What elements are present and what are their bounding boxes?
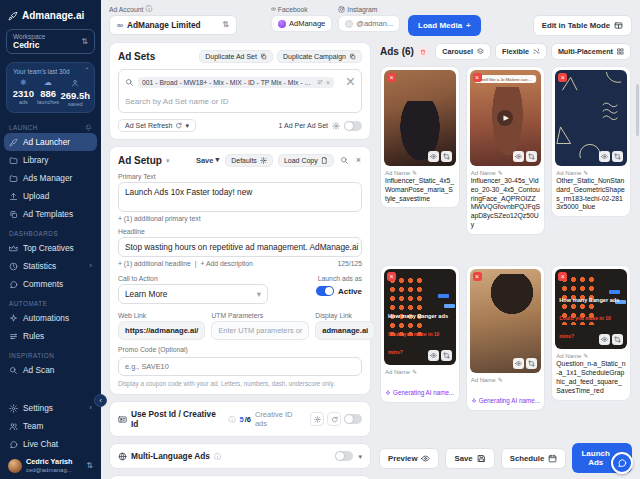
play-icon[interactable]: ▶ <box>497 110 513 126</box>
instagram-account-pill[interactable]: @adman... <box>338 15 400 32</box>
ad-set-search-box[interactable]: 001 - Broad - MW18+ - Mix - MIX - ID - T… <box>118 69 362 113</box>
ad-name[interactable]: Other_Static_NonStandard_GeometricShapes… <box>555 177 627 212</box>
post-id-refresh-button[interactable] <box>327 412 341 426</box>
duplicate-campaign-button[interactable]: Duplicate Campaign <box>277 50 362 63</box>
sidebar-item-ad-launcher[interactable]: Ad Launcher <box>4 133 97 151</box>
clear-search-icon[interactable]: × <box>346 74 355 90</box>
preview-ad-icon[interactable] <box>599 334 610 345</box>
crop-ad-icon[interactable] <box>612 151 623 162</box>
ad-name[interactable]: Question_n-a_Static_n-a_1x1_ScheduleGrap… <box>555 360 627 395</box>
promo-code-input[interactable] <box>118 357 362 376</box>
flexible-button[interactable]: Flexible <box>495 43 547 60</box>
additional-headline-link[interactable]: + (1) additional headline <box>118 260 191 267</box>
remove-ad-icon[interactable]: × <box>387 73 396 82</box>
ad-set-refresh-button[interactable]: Ad Set Refresh ▾ <box>118 119 196 132</box>
crop-ad-icon[interactable] <box>526 358 537 369</box>
ad-name[interactable]: Influencer_30-45s_Video_20-30_4x5_Contou… <box>470 177 542 230</box>
display-link-input[interactable]: admanage.ai <box>315 321 375 340</box>
pencil-icon[interactable]: ✎ <box>583 170 588 176</box>
ad-card[interactable]: × How many Banger ads Could you make in … <box>551 265 631 400</box>
sidebar-item-upload[interactable]: Upload <box>0 187 101 205</box>
crop-ad-icon[interactable] <box>441 350 452 361</box>
pencil-icon[interactable]: ✎ <box>498 170 503 176</box>
ad-account-select[interactable]: ∞ AdManage Limited ⇅ <box>109 15 237 35</box>
crop-ad-icon[interactable] <box>612 334 623 345</box>
edit-table-mode-button[interactable]: Edit in Table Mode <box>533 15 632 36</box>
load-copy-button[interactable]: Load Copy <box>278 154 334 167</box>
pencil-icon[interactable]: ✎ <box>412 369 417 375</box>
sidebar-item-statistics[interactable]: Statistics › <box>0 257 101 275</box>
save-menu-button[interactable]: Save▾ <box>195 155 220 166</box>
cta-select[interactable]: Learn More ▾ <box>118 284 268 304</box>
headline-input[interactable]: Stop wasting hours on repetitive ad mana… <box>118 237 362 257</box>
ad-card[interactable]: × Ad Name✎ Other_Static_NonStandard_Geom… <box>551 66 631 217</box>
sidebar-item-ads-manager[interactable]: Ads Manager <box>0 169 101 187</box>
bell-icon[interactable] <box>85 124 92 131</box>
preview-ad-icon[interactable] <box>599 151 610 162</box>
pencil-icon[interactable]: ✎ <box>583 353 588 359</box>
ad-set-search-input[interactable] <box>125 97 355 106</box>
schedule-button[interactable]: Schedule <box>501 448 567 469</box>
preview-ad-icon[interactable] <box>428 151 439 162</box>
active-toggle[interactable] <box>316 286 334 296</box>
ad-name[interactable]: Influencer_Static_4x5_WomanPose_maria_St… <box>384 177 456 203</box>
crop-ad-icon[interactable] <box>526 151 537 162</box>
sidebar-item-settings[interactable]: Settings › <box>0 399 101 417</box>
app-logo[interactable]: Admanage.ai <box>0 8 101 29</box>
pencil-icon[interactable]: ✎ <box>498 377 503 383</box>
workspace-selector[interactable]: Workspace Cedric ⇅ <box>6 29 95 54</box>
pencil-icon[interactable]: ✎ <box>412 170 417 176</box>
remove-ad-icon[interactable]: × <box>558 73 567 82</box>
defaults-button[interactable]: Defaults <box>225 154 273 167</box>
search-copy-button[interactable] <box>339 155 350 166</box>
sidebar-item-rules[interactable]: Rules <box>0 327 101 345</box>
ad-card[interactable]: × Ad Name✎ Generating AI name... <box>466 265 546 411</box>
web-link-input[interactable]: https://admanage.ai/ <box>118 321 205 340</box>
ad-card[interactable]: × Ad Name✎ Influencer_Static_4x5_WomanPo… <box>380 66 460 208</box>
user-menu[interactable]: Cedric Yarish ced@admanag... ⇅ <box>0 453 101 473</box>
preview-ad-icon[interactable] <box>513 358 524 369</box>
sidebar-item-comments[interactable]: Comments <box>0 275 101 293</box>
ad-thumbnail[interactable]: × <box>384 70 456 166</box>
chart-icon[interactable] <box>317 79 323 85</box>
chip-remove-icon[interactable]: × <box>326 79 330 86</box>
save-button[interactable]: Save <box>445 448 494 469</box>
preview-button[interactable]: Preview <box>379 448 439 469</box>
add-description-link[interactable]: + Add description <box>201 260 253 267</box>
sidebar-item-team[interactable]: Team <box>0 417 101 435</box>
ad-thumbnail[interactable]: × How many Banger ads Could you make in … <box>555 269 627 349</box>
multi-placement-button[interactable]: Multi-Placement <box>551 43 631 60</box>
sidebar-item-library[interactable]: Library <box>0 151 101 169</box>
chevron-down-icon[interactable]: ▾ <box>358 453 362 460</box>
load-media-button[interactable]: Load Media + <box>408 15 481 36</box>
selected-ad-set-chip[interactable]: 001 - Broad - MW18+ - Mix - MIX - ID - T… <box>138 77 334 88</box>
post-id-settings-button[interactable] <box>310 412 324 426</box>
ad-card[interactable]: × How many Banger ads Could you make in … <box>380 265 460 403</box>
delete-ads-icon[interactable] <box>418 47 428 57</box>
remove-ad-icon[interactable]: × <box>473 272 482 281</box>
additional-primary-text-link[interactable]: + (1) additional primary text <box>118 215 362 222</box>
gear-icon[interactable] <box>332 122 340 130</box>
remove-ad-icon[interactable]: × <box>558 272 567 281</box>
duplicate-ad-set-button[interactable]: Duplicate Ad Set <box>199 50 273 63</box>
preview-ad-icon[interactable] <box>428 350 439 361</box>
carousel-button[interactable]: Carousel <box>435 43 491 60</box>
one-ad-per-set-toggle[interactable] <box>344 121 362 131</box>
sidebar-item-ad-scan[interactable]: Ad Scan <box>0 361 101 379</box>
chat-fab-button[interactable] <box>611 452 633 474</box>
post-id-toggle[interactable] <box>344 414 362 424</box>
sidebar-item-automations[interactable]: Automations <box>0 309 101 327</box>
ad-thumbnail[interactable]: × Smell like a Jo Malone candle all day … <box>470 70 542 166</box>
ad-thumbnail[interactable]: × <box>555 70 627 166</box>
sidebar-item-ad-templates[interactable]: Ad Templates <box>0 205 101 223</box>
remove-ad-icon[interactable]: × <box>387 272 396 281</box>
sidebar-item-live-chat[interactable]: Live Chat <box>0 435 101 453</box>
scrollbar[interactable] <box>636 84 639 136</box>
preview-ad-icon[interactable] <box>513 151 524 162</box>
utm-input[interactable]: Enter UTM parameters or <box>211 321 309 340</box>
ad-thumbnail[interactable]: × <box>470 269 542 373</box>
collapse-icon[interactable]: ▾ <box>166 157 170 164</box>
sidebar-collapse-button[interactable]: ‹ <box>94 394 107 407</box>
ad-thumbnail[interactable]: × How many Banger ads Could you make in … <box>384 269 456 365</box>
facebook-account-pill[interactable]: AdManage <box>271 15 332 32</box>
